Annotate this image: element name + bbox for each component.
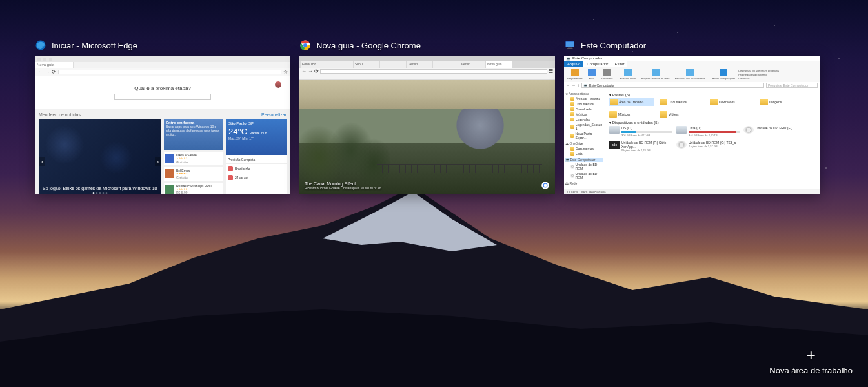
edge-tab: Nova guia <box>35 62 74 68</box>
edge-search <box>114 94 211 100</box>
google-arts-logo-icon <box>541 181 550 190</box>
task-card-chrome: Nova guia - Google Chrome Edna Tho... Su… <box>299 39 555 194</box>
task-thumbnail-chrome[interactable]: Edna Tho... Sub T... Termin... Termin...… <box>299 56 555 194</box>
task-card-explorer: Este Computador 💻Este Computador Arquivo… <box>564 39 820 194</box>
feed-heading: Meu feed de notícias <box>39 112 81 117</box>
svg-rect-7 <box>568 48 572 49</box>
explorer-status-bar: 11 itens 1 item selecionado <box>564 189 820 194</box>
task-thumbnail-explorer[interactable]: 💻Este Computador Arquivo Computador Exib… <box>564 56 820 194</box>
task-title: Iniciar - Microsoft Edge <box>52 41 137 50</box>
svg-rect-6 <box>566 42 574 47</box>
svg-rect-8 <box>567 48 573 49</box>
explorer-sidebar: ★ Acesso rápido Área de Trabalho Documen… <box>564 89 605 189</box>
new-desktop-label: Nova área de trabalho <box>769 366 853 375</box>
svg-point-3 <box>541 182 549 189</box>
personalize-link: Personalizar <box>261 112 287 117</box>
chrome-icon <box>299 39 311 51</box>
new-desktop-button[interactable]: + Nova área de trabalho <box>769 348 853 375</box>
task-view-container: Iniciar - Microsoft Edge Nova guia ←→⟳☆ … <box>35 39 833 194</box>
task-header: Nova guia - Google Chrome <box>299 39 555 52</box>
task-header: Iniciar - Microsoft Edge <box>35 39 290 52</box>
chrome-art-caption: The Canal Morning Effect Richard Buckner… <box>305 182 381 190</box>
task-title: Nova guia - Google Chrome <box>316 41 421 50</box>
task-card-edge: Iniciar - Microsoft Edge Nova guia ←→⟳☆ … <box>35 39 290 194</box>
edge-icon <box>35 39 46 51</box>
task-thumbnail-edge[interactable]: Nova guia ←→⟳☆ Qual é a próxima etapa? M… <box>35 56 290 194</box>
edge-prompt: Qual é a próxima etapa? <box>134 85 191 91</box>
task-title: Este Computador <box>581 41 646 50</box>
task-header: Este Computador <box>564 39 820 52</box>
avatar <box>275 81 281 88</box>
feed-hero: ‹› Só jogão! Baixe os games da Microsoft… <box>39 119 161 194</box>
explorer-main: ▾ Pastas (6) Área de Trabalho Documentos… <box>605 89 820 189</box>
plus-icon: + <box>807 348 816 363</box>
wallpaper-mountain <box>0 180 868 387</box>
this-pc-icon <box>564 39 576 51</box>
svg-point-2 <box>303 43 307 47</box>
